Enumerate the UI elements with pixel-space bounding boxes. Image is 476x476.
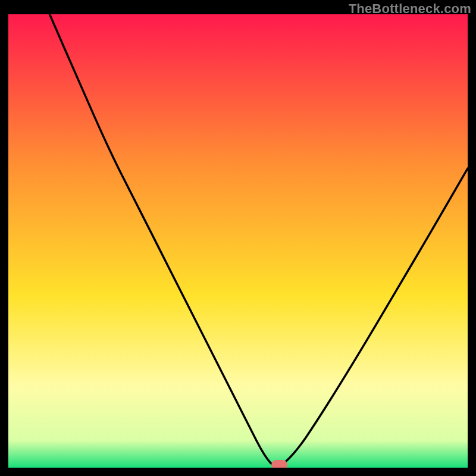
gradient-background <box>8 14 468 468</box>
chart-stage: TheBottleneck.com <box>0 0 476 476</box>
watermark-text: TheBottleneck.com <box>349 1 471 17</box>
bottleneck-chart <box>8 14 468 468</box>
optimal-marker <box>271 460 287 468</box>
